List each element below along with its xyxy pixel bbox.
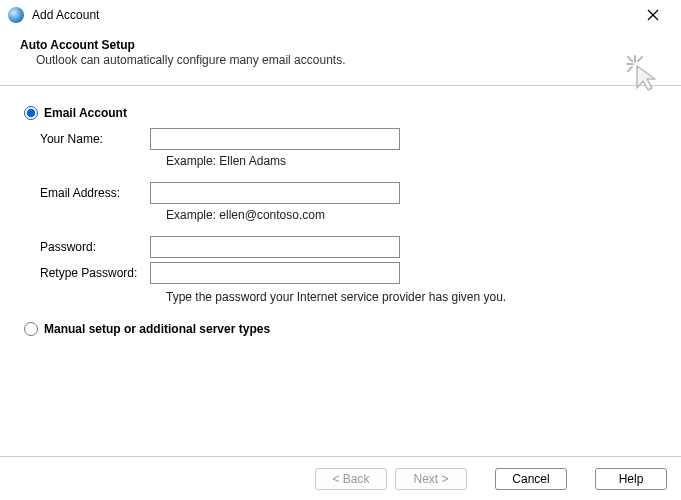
svg-line-6 — [628, 67, 632, 71]
your-name-label: Your Name: — [40, 132, 150, 146]
email-address-hint: Example: ellen@contoso.com — [166, 208, 657, 222]
cancel-button[interactable]: Cancel — [495, 468, 567, 490]
email-address-input[interactable] — [150, 182, 400, 204]
password-input[interactable] — [150, 236, 400, 258]
radio-manual-setup-input[interactable] — [24, 322, 38, 336]
retype-password-input[interactable] — [150, 262, 400, 284]
help-button[interactable]: Help — [595, 468, 667, 490]
your-name-input[interactable] — [150, 128, 400, 150]
retype-password-label: Retype Password: — [40, 266, 150, 280]
app-icon — [8, 7, 24, 23]
footer: < Back Next > Cancel Help — [0, 456, 681, 500]
header-heading: Auto Account Setup — [20, 38, 661, 52]
email-account-form: Your Name: Example: Ellen Adams Email Ad… — [40, 128, 657, 304]
svg-line-5 — [638, 57, 642, 61]
next-button: Next > — [395, 468, 467, 490]
radio-email-account-input[interactable] — [24, 106, 38, 120]
titlebar: Add Account — [0, 0, 681, 30]
close-button[interactable] — [633, 1, 673, 29]
radio-email-account-label: Email Account — [44, 106, 127, 120]
header-subheading: Outlook can automatically configure many… — [20, 53, 661, 67]
back-button: < Back — [315, 468, 387, 490]
close-icon — [647, 9, 659, 21]
your-name-hint: Example: Ellen Adams — [166, 154, 657, 168]
svg-line-4 — [628, 57, 632, 61]
cursor-decoration-icon — [623, 52, 663, 92]
header: Auto Account Setup Outlook can automatic… — [0, 30, 681, 81]
email-address-label: Email Address: — [40, 186, 150, 200]
window-title: Add Account — [32, 8, 99, 22]
radio-email-account[interactable]: Email Account — [24, 106, 657, 120]
content-area: Email Account Your Name: Example: Ellen … — [0, 86, 681, 364]
password-hint: Type the password your Internet service … — [166, 290, 657, 304]
radio-manual-setup-label: Manual setup or additional server types — [44, 322, 270, 336]
password-label: Password: — [40, 240, 150, 254]
radio-manual-setup[interactable]: Manual setup or additional server types — [24, 322, 657, 336]
